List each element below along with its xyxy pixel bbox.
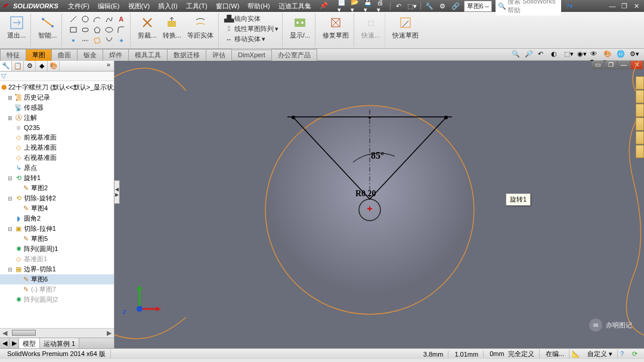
- qat-new-icon[interactable]: 📄▾: [338, 1, 347, 11]
- view-settings-icon[interactable]: ⚙▾: [630, 50, 639, 60]
- hscroll[interactable]: ◀▶: [0, 328, 114, 338]
- fillet-icon[interactable]: [116, 25, 126, 35]
- zoom-fit-icon[interactable]: 🔍: [512, 50, 521, 60]
- section-view-icon[interactable]: ◐: [551, 50, 561, 60]
- apply-scene-icon[interactable]: 🌐: [617, 50, 626, 60]
- config-tab-icon[interactable]: ⚙: [24, 61, 36, 71]
- tree-item[interactable]: ◇基准面1: [0, 254, 114, 264]
- prev-view-icon[interactable]: ↶: [538, 50, 547, 60]
- menu-file[interactable]: 文件(F): [64, 1, 93, 12]
- point-icon[interactable]: [68, 36, 79, 45]
- status-help-icon[interactable]: ?: [620, 350, 628, 358]
- qat-help-icon[interactable]: ?▾: [565, 1, 574, 11]
- polygon-icon[interactable]: [92, 25, 103, 35]
- tab-weldment[interactable]: 焊件: [103, 49, 129, 61]
- move-button[interactable]: ↔移动实体 ▾: [225, 35, 265, 44]
- quick-sketch-button[interactable]: 快速草图: [391, 14, 420, 41]
- exit-sketch-button[interactable]: 退出...: [6, 14, 27, 41]
- display-button[interactable]: 显示/...: [289, 14, 311, 41]
- menu-pin-icon[interactable]: 📌: [316, 1, 332, 12]
- display-style-icon[interactable]: ◉▾: [577, 50, 587, 60]
- parabola-icon[interactable]: [104, 36, 114, 45]
- tree-item[interactable]: ⊟⟲旋转1: [0, 173, 114, 183]
- pattern-button[interactable]: ⦙⦙线性草图阵列 ▾: [225, 24, 278, 33]
- arc-icon[interactable]: [92, 14, 103, 24]
- zoom-area-icon[interactable]: 🔎: [525, 50, 534, 60]
- offset-button[interactable]: 等距实体: [186, 14, 215, 41]
- tree-item[interactable]: ✎草图5: [0, 234, 114, 244]
- qat-undo-icon[interactable]: ↶: [394, 1, 404, 11]
- tree-item[interactable]: ◇前视基准面: [0, 132, 114, 143]
- tp-appearances-icon[interactable]: [636, 131, 644, 144]
- tab-sheetmetal[interactable]: 钣金: [77, 49, 103, 61]
- line-icon[interactable]: [68, 14, 79, 24]
- tab-mold[interactable]: 模具工具: [128, 49, 168, 61]
- feature-tree[interactable]: ⬢22十字螺丝刀 (默认<<默认>_显示状态 ⊞📜历史记录📡传感器⊞Ⓐ注解≡Q2…: [0, 81, 114, 328]
- tree-item[interactable]: ✎(-) 草图7: [0, 284, 114, 295]
- vt-next-icon[interactable]: ▶: [10, 338, 19, 348]
- tab-surface[interactable]: 曲面: [51, 49, 78, 61]
- tab-office[interactable]: 办公室产品: [271, 49, 317, 61]
- centerline-icon[interactable]: [80, 36, 91, 45]
- vt-model[interactable]: 模型: [19, 338, 40, 348]
- tab-data[interactable]: 数据迁移: [167, 49, 206, 61]
- mirror-button[interactable]: ▟▙镜向实体: [225, 14, 261, 23]
- tree-item[interactable]: ⊞Ⓐ注解: [0, 113, 114, 123]
- radius-dimension[interactable]: R0.20: [355, 189, 376, 199]
- close-button[interactable]: ✕: [631, 2, 642, 10]
- view-orient-icon[interactable]: ⬚▾: [564, 50, 574, 60]
- tp-file-explorer-icon[interactable]: [636, 104, 644, 117]
- tab-evaluate[interactable]: 评估: [206, 49, 232, 61]
- qat-options-icon[interactable]: ⚙: [438, 1, 447, 11]
- hide-show-icon[interactable]: 👁▾: [590, 50, 600, 60]
- tree-item[interactable]: ◗圆角2: [0, 214, 114, 224]
- qat-select-icon[interactable]: ⬚▾: [407, 1, 417, 11]
- menu-view[interactable]: 视图(V): [125, 1, 154, 12]
- minimize-button[interactable]: —: [607, 2, 618, 10]
- qat-open-icon[interactable]: 📂▾: [351, 1, 360, 11]
- tree-item[interactable]: ✎草图4: [0, 203, 114, 214]
- tree-item[interactable]: ◇右视基准面: [0, 153, 114, 163]
- vt-motion[interactable]: 运动算例 1: [40, 338, 79, 348]
- vt-prev-icon[interactable]: ◀: [0, 338, 10, 348]
- dimxpert-tab-icon[interactable]: ◆: [36, 61, 48, 71]
- tree-item[interactable]: 📡传感器: [0, 103, 114, 113]
- view-triad[interactable]: [126, 283, 162, 318]
- tab-sketch[interactable]: 草图: [26, 49, 52, 61]
- text-icon[interactable]: A: [116, 14, 126, 24]
- plane-icon[interactable]: [92, 36, 103, 45]
- repair-button[interactable]: 修复草图: [321, 14, 350, 41]
- angle-dimension[interactable]: 85°: [371, 150, 384, 161]
- tp-resources-icon[interactable]: [636, 76, 644, 89]
- star-icon[interactable]: ✦: [116, 36, 126, 45]
- convert-button[interactable]: 转换...: [162, 14, 182, 41]
- tree-item[interactable]: ⊟▦边界-切除1: [0, 264, 114, 274]
- feature-callout[interactable]: 旋转1: [506, 193, 531, 206]
- trim-button[interactable]: 剪裁...: [137, 14, 157, 41]
- ellipse-icon[interactable]: [104, 25, 114, 35]
- tp-design-lib-icon[interactable]: [636, 90, 644, 103]
- tree-item[interactable]: ↳原点: [0, 163, 114, 173]
- feature-tree-tab-icon[interactable]: 🔧: [0, 61, 12, 71]
- tab-dimxpert[interactable]: DimXpert: [231, 49, 272, 60]
- spline-icon[interactable]: [104, 14, 114, 24]
- tree-item[interactable]: ✎草图2: [0, 183, 114, 193]
- menu-help[interactable]: 帮助(H): [244, 1, 273, 12]
- tree-filter[interactable]: ▽: [0, 72, 114, 81]
- scene-icon[interactable]: 🎨▾: [603, 50, 613, 60]
- tab-features[interactable]: 特征: [0, 49, 26, 61]
- maximize-button[interactable]: ❐: [619, 2, 630, 10]
- tp-view-palette-icon[interactable]: [636, 117, 644, 131]
- property-tab-icon[interactable]: 📋: [12, 61, 24, 71]
- help-search-input[interactable]: 🔍 搜索 SolidWorks 帮助: [496, 0, 561, 16]
- qat-print-icon[interactable]: 🖨▾: [377, 1, 386, 11]
- menu-maidi[interactable]: 迈迪工具集: [275, 1, 315, 12]
- menu-window[interactable]: 窗口(W): [212, 1, 243, 12]
- tree-item[interactable]: ◇上视基准面: [0, 143, 114, 153]
- display-tab-icon[interactable]: 🎨: [48, 61, 60, 71]
- tree-item[interactable]: ✎草图6: [0, 274, 114, 284]
- tp-custom-props-icon[interactable]: [636, 145, 644, 158]
- panel-expand-icon[interactable]: »: [103, 61, 114, 71]
- menu-insert[interactable]: 插入(I): [154, 1, 181, 12]
- menu-tools[interactable]: 工具(T): [182, 1, 211, 12]
